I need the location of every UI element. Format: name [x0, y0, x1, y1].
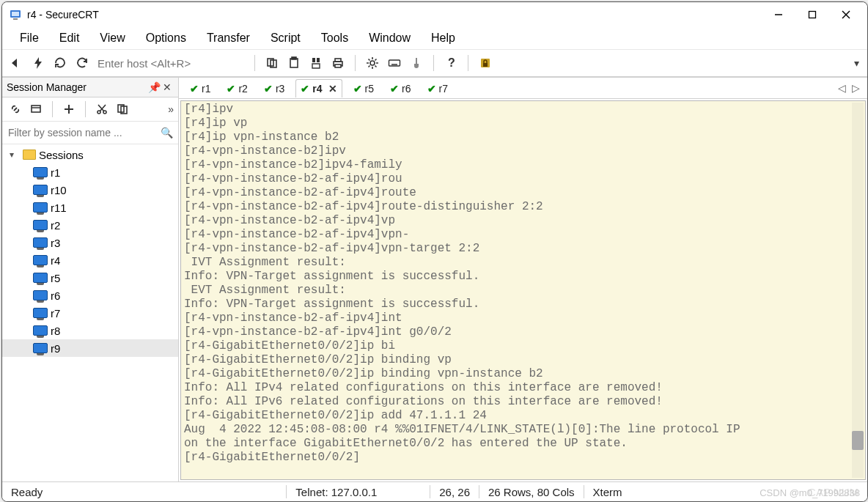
- session-item-r9[interactable]: r9: [2, 339, 178, 357]
- menu-window[interactable]: Window: [358, 29, 421, 48]
- tab-scroll-right-icon[interactable]: ▷: [852, 82, 860, 94]
- toolbar-separator: [433, 55, 434, 71]
- check-icon: ✔: [190, 83, 199, 95]
- connect-icon[interactable]: [7, 53, 26, 73]
- toolbar-separator: [52, 101, 53, 117]
- monitor-icon: [33, 290, 48, 300]
- svg-rect-9: [290, 59, 298, 67]
- tab-r4[interactable]: ✔r4✕: [295, 79, 342, 97]
- scrollbar-thumb[interactable]: [852, 431, 864, 450]
- link-icon[interactable]: [7, 100, 24, 118]
- session-item-label: r3: [51, 237, 60, 249]
- check-icon: ✔: [390, 83, 399, 95]
- expand-panel-button[interactable]: »: [168, 103, 174, 115]
- toolbar-separator: [85, 101, 86, 117]
- menu-script[interactable]: Script: [260, 29, 311, 48]
- check-icon: ✔: [427, 83, 436, 95]
- paste-icon[interactable]: [284, 53, 304, 73]
- check-icon: ✔: [227, 83, 235, 95]
- session-item-label: r6: [51, 289, 60, 302]
- status-cursor: 26, 26: [430, 486, 479, 498]
- session-item-r11[interactable]: r11: [2, 199, 178, 216]
- tab-label: r2: [238, 83, 247, 95]
- tab-r5[interactable]: ✔r5: [348, 79, 379, 97]
- tab-r6[interactable]: ✔r6: [385, 79, 416, 97]
- window-close-button[interactable]: [829, 4, 863, 26]
- session-manager-title: Session Manager: [7, 81, 147, 93]
- quick-connect-icon[interactable]: [29, 53, 48, 73]
- connect-bar-reconnect-icon[interactable]: [73, 53, 92, 73]
- monitor-icon: [33, 185, 48, 195]
- new-session-icon[interactable]: [27, 100, 45, 118]
- session-item-r7[interactable]: r7: [2, 304, 178, 322]
- monitor-icon: [33, 237, 48, 248]
- window-minimize-button[interactable]: [762, 4, 795, 26]
- copy-icon[interactable]: [262, 53, 282, 73]
- terminal[interactable]: [r4]ipv [r4]ip vp [r4]ip vpn-instance b2…: [180, 100, 866, 480]
- session-item-r8[interactable]: r8: [2, 322, 178, 339]
- cut-icon[interactable]: [93, 100, 111, 118]
- session-item-r10[interactable]: r10: [2, 181, 178, 199]
- check-icon: ✔: [264, 83, 273, 95]
- monitor-icon: [33, 273, 48, 283]
- session-item-label: r1: [51, 166, 60, 179]
- search-icon[interactable]: 🔍: [161, 127, 174, 139]
- tab-r1[interactable]: ✔r1: [185, 79, 216, 97]
- toolbar-overflow-button[interactable]: ▾: [850, 57, 863, 69]
- session-item-r4[interactable]: r4: [2, 251, 178, 269]
- session-item-label: r5: [51, 272, 60, 284]
- svg-rect-13: [335, 64, 341, 67]
- terminal-output: [r4]ipv [r4]ip vp [r4]ip vpn-instance b2…: [184, 103, 861, 465]
- menu-tools[interactable]: Tools: [311, 29, 358, 48]
- find-icon[interactable]: [306, 53, 326, 73]
- tab-r3[interactable]: ✔r3: [259, 79, 290, 97]
- session-item-r5[interactable]: r5: [2, 269, 178, 287]
- monitor-icon: [33, 167, 48, 177]
- window-maximize-button[interactable]: [795, 4, 829, 26]
- keymap-icon[interactable]: [407, 53, 426, 73]
- close-panel-icon[interactable]: ✕: [161, 81, 174, 93]
- menu-options[interactable]: Options: [136, 29, 196, 48]
- svg-point-14: [370, 61, 375, 65]
- tab-label: r3: [276, 83, 284, 95]
- tree-root-sessions[interactable]: ▾Sessions: [2, 146, 178, 163]
- menu-edit[interactable]: Edit: [49, 29, 90, 48]
- pin-icon[interactable]: 📌: [147, 81, 161, 93]
- menu-file[interactable]: File: [10, 29, 49, 48]
- tab-r7[interactable]: ✔r7: [422, 79, 453, 97]
- session-item-r3[interactable]: r3: [2, 234, 178, 251]
- toolbar-separator: [355, 55, 356, 71]
- settings-icon[interactable]: [363, 53, 382, 73]
- status-caps: CAP NUM: [799, 486, 867, 498]
- reconnect-icon[interactable]: [51, 53, 70, 73]
- monitor-icon: [33, 325, 48, 336]
- session-item-r2[interactable]: r2: [2, 216, 178, 234]
- session-filter-input[interactable]: [7, 126, 161, 139]
- keyboard-icon[interactable]: [385, 53, 404, 73]
- check-icon: ✔: [301, 83, 309, 95]
- chevron-down-icon[interactable]: ▾: [10, 150, 20, 160]
- host-input[interactable]: [95, 54, 247, 72]
- menu-transfer[interactable]: Transfer: [196, 29, 260, 48]
- menu-help[interactable]: Help: [421, 29, 466, 48]
- help-icon[interactable]: ?: [441, 53, 460, 73]
- session-item-label: r9: [51, 342, 60, 355]
- tab-scroll-left-icon[interactable]: ◁: [838, 82, 846, 94]
- session-tree: ▾Sessionsr1r10r11r2r3r4r5r6r7r8r9: [2, 144, 178, 481]
- session-item-label: r4: [51, 254, 60, 267]
- session-item-r1[interactable]: r1: [2, 163, 178, 181]
- copy-session-icon[interactable]: [114, 100, 131, 118]
- menu-view[interactable]: View: [89, 29, 135, 48]
- scrollbar-track[interactable]: [852, 103, 864, 478]
- monitor-icon: [33, 308, 48, 318]
- svg-text:?: ?: [448, 56, 455, 69]
- status-ready: Ready: [2, 486, 51, 498]
- add-icon[interactable]: [60, 100, 78, 118]
- close-tab-icon[interactable]: ✕: [328, 83, 337, 95]
- lock-session-icon[interactable]: [476, 53, 495, 73]
- session-manager-panel: Session Manager 📌 ✕ » 🔍 ▾Sessionsr1r10r1…: [2, 78, 179, 481]
- tree-root-label: Sessions: [39, 149, 84, 161]
- tab-r2[interactable]: ✔r2: [221, 79, 252, 97]
- print-icon[interactable]: [328, 53, 347, 73]
- session-item-r6[interactable]: r6: [2, 287, 178, 304]
